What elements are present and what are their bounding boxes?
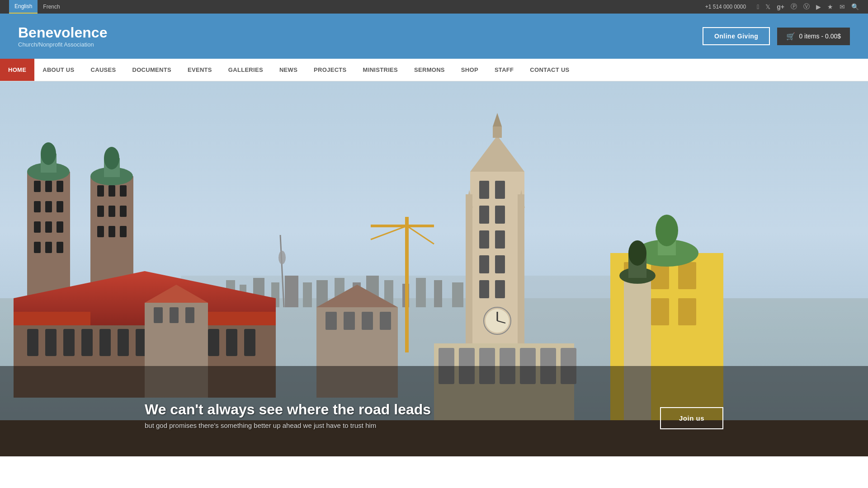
svg-rect-58 bbox=[99, 329, 111, 356]
phone-number: +1 514 000 0000 bbox=[705, 4, 746, 10]
rss-icon[interactable]: ★ bbox=[827, 3, 833, 10]
hero-section: We can't always see where the road leads… bbox=[0, 81, 868, 456]
svg-rect-46 bbox=[120, 226, 127, 237]
svg-point-36 bbox=[41, 142, 56, 165]
nav-news[interactable]: NEWS bbox=[271, 59, 306, 81]
svg-rect-120 bbox=[170, 307, 179, 323]
nav-staff[interactable]: STAFF bbox=[486, 59, 522, 81]
svg-rect-66 bbox=[244, 329, 255, 356]
svg-rect-41 bbox=[97, 206, 104, 217]
nav-projects[interactable]: PROJECTS bbox=[306, 59, 354, 81]
top-bar-right: +1 514 000 0000  𝕏 g+ Ⓟ Ⓥ ▶ ★ ✉ 🔍 bbox=[705, 3, 859, 11]
svg-rect-59 bbox=[118, 329, 129, 356]
join-us-button[interactable]: Join us bbox=[660, 407, 723, 429]
lang-french[interactable]: French bbox=[38, 0, 65, 14]
svg-rect-70 bbox=[479, 181, 489, 199]
svg-rect-30 bbox=[57, 221, 63, 233]
nav-documents[interactable]: DOCUMENTS bbox=[124, 59, 179, 81]
svg-rect-28 bbox=[34, 221, 41, 233]
svg-rect-40 bbox=[120, 185, 127, 197]
svg-rect-121 bbox=[185, 307, 194, 323]
site-header: Benevolence Church/Nonprofit Association… bbox=[0, 14, 868, 59]
svg-rect-71 bbox=[495, 181, 505, 199]
cart-button[interactable]: 🛒 0 items - 0.00$ bbox=[777, 28, 850, 45]
nav-home[interactable]: HOME bbox=[0, 59, 34, 81]
svg-rect-103 bbox=[678, 298, 696, 325]
svg-rect-64 bbox=[208, 329, 219, 356]
svg-rect-23 bbox=[45, 181, 52, 192]
svg-rect-16 bbox=[434, 280, 442, 307]
svg-rect-26 bbox=[45, 201, 52, 212]
svg-rect-31 bbox=[34, 242, 41, 253]
brand-name: Benevolence bbox=[18, 24, 107, 41]
svg-rect-54 bbox=[27, 329, 38, 356]
svg-marker-53 bbox=[199, 312, 276, 325]
nav-galleries[interactable]: GALLERIES bbox=[220, 59, 271, 81]
svg-rect-114 bbox=[344, 312, 355, 330]
svg-rect-116 bbox=[380, 312, 391, 330]
svg-rect-65 bbox=[226, 329, 237, 356]
svg-rect-8 bbox=[303, 282, 312, 307]
language-switcher: English French bbox=[9, 0, 66, 14]
svg-point-49 bbox=[104, 147, 119, 169]
top-bar: English French +1 514 000 0000  𝕏 g+ Ⓟ … bbox=[0, 0, 868, 14]
pinterest-icon[interactable]: Ⓟ bbox=[791, 3, 797, 11]
nav-about-us[interactable]: ABOUT US bbox=[34, 59, 82, 81]
svg-rect-102 bbox=[651, 298, 669, 325]
header-actions: Online Giving 🛒 0 items - 0.00$ bbox=[703, 27, 850, 45]
svg-rect-42 bbox=[108, 206, 115, 217]
svg-rect-78 bbox=[479, 280, 489, 298]
svg-rect-119 bbox=[154, 307, 163, 323]
svg-rect-74 bbox=[479, 230, 489, 249]
hero-content: We can't always see where the road leads… bbox=[145, 401, 723, 429]
svg-rect-100 bbox=[678, 262, 696, 289]
svg-rect-75 bbox=[495, 230, 505, 249]
svg-rect-24 bbox=[57, 181, 63, 192]
brand: Benevolence Church/Nonprofit Association bbox=[18, 24, 107, 48]
vimeo-icon[interactable]: Ⓥ bbox=[803, 3, 810, 11]
cart-icon: 🛒 bbox=[786, 32, 795, 41]
svg-marker-52 bbox=[14, 312, 90, 325]
svg-rect-72 bbox=[479, 206, 489, 224]
svg-rect-79 bbox=[495, 280, 505, 298]
nav-causes[interactable]: CAUSES bbox=[83, 59, 124, 81]
twitter-icon[interactable]: 𝕏 bbox=[765, 3, 770, 10]
svg-rect-44 bbox=[97, 226, 104, 237]
svg-rect-7 bbox=[285, 276, 298, 307]
cart-label: 0 items - 0.00$ bbox=[799, 33, 841, 40]
email-icon[interactable]: ✉ bbox=[840, 3, 845, 10]
svg-rect-25 bbox=[34, 201, 41, 212]
facebook-icon[interactable]:  bbox=[757, 3, 759, 10]
svg-rect-33 bbox=[57, 242, 63, 253]
svg-rect-55 bbox=[45, 329, 57, 356]
hero-text-block: We can't always see where the road leads… bbox=[145, 401, 431, 429]
svg-point-20 bbox=[278, 251, 286, 264]
nav-sermons[interactable]: SERMONS bbox=[406, 59, 453, 81]
svg-rect-115 bbox=[362, 312, 373, 330]
nav-events[interactable]: EVENTS bbox=[179, 59, 220, 81]
online-giving-button[interactable]: Online Giving bbox=[703, 27, 770, 45]
svg-rect-77 bbox=[495, 255, 505, 273]
svg-point-106 bbox=[656, 215, 678, 246]
youtube-icon[interactable]: ▶ bbox=[816, 3, 821, 10]
svg-rect-113 bbox=[326, 312, 337, 330]
search-icon[interactable]: 🔍 bbox=[851, 3, 859, 10]
nav-contact-us[interactable]: CONTACT US bbox=[522, 59, 577, 81]
svg-rect-43 bbox=[120, 206, 127, 217]
svg-point-110 bbox=[628, 240, 646, 266]
svg-rect-22 bbox=[34, 181, 41, 192]
lang-english[interactable]: English bbox=[9, 0, 38, 14]
svg-rect-29 bbox=[45, 221, 52, 233]
svg-rect-73 bbox=[495, 206, 505, 224]
nav-shop[interactable]: SHOP bbox=[453, 59, 486, 81]
google-plus-icon[interactable]: g+ bbox=[777, 3, 784, 10]
svg-rect-32 bbox=[45, 242, 52, 253]
svg-rect-76 bbox=[479, 255, 489, 273]
svg-rect-38 bbox=[97, 185, 104, 197]
svg-rect-57 bbox=[81, 329, 93, 356]
svg-rect-45 bbox=[108, 226, 115, 237]
svg-rect-85 bbox=[493, 127, 502, 138]
svg-rect-17 bbox=[452, 282, 463, 307]
main-nav: HOME ABOUT US CAUSES DOCUMENTS EVENTS GA… bbox=[0, 59, 868, 81]
nav-ministries[interactable]: MINISTRIES bbox=[355, 59, 406, 81]
